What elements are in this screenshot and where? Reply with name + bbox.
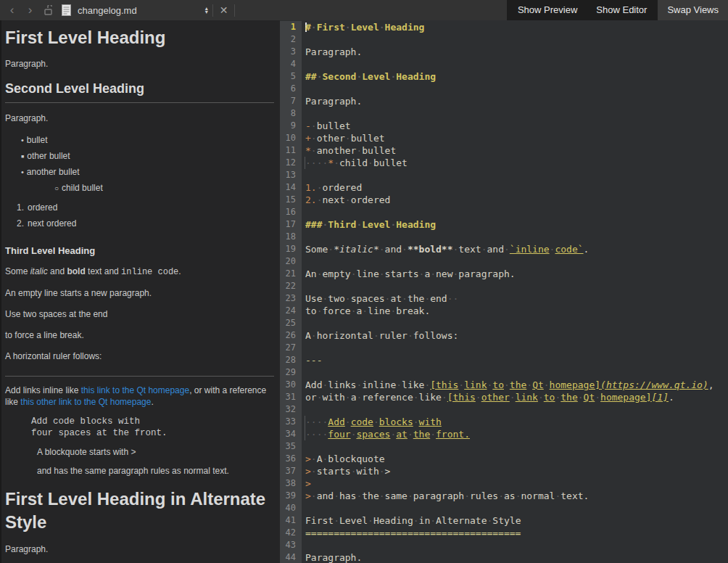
editor-line[interactable]: 28--- xyxy=(280,354,728,366)
line-content[interactable]: An·empty·line·starts·a·new·paragraph. xyxy=(302,268,728,280)
line-content[interactable] xyxy=(302,107,728,120)
line-content[interactable]: Paragraph. xyxy=(302,46,728,58)
editor-line[interactable]: 31or·with·a·reference·like·[this·other·l… xyxy=(280,391,728,403)
editor-line[interactable]: 23Use·two·spaces·at·the·end·· xyxy=(280,292,728,305)
editor-line[interactable]: 44Paragraph. xyxy=(280,551,728,563)
editor-line[interactable]: 43 xyxy=(280,539,728,551)
line-content[interactable]: #·First·Level·Heading xyxy=(302,21,728,33)
line-content[interactable] xyxy=(302,255,728,268)
line-content[interactable] xyxy=(302,83,728,95)
editor-line[interactable]: 152.·next·ordered xyxy=(280,194,728,206)
line-content[interactable] xyxy=(302,502,728,514)
line-content[interactable]: A·horizontal·ruler·follows: xyxy=(302,329,728,342)
document-switcher-icon[interactable]: ▴ ▾ xyxy=(205,7,208,14)
editor-line[interactable]: 37>·starts·with·> xyxy=(280,465,728,477)
markdown-preview-pane[interactable]: First Level Heading Paragraph. Second Le… xyxy=(0,20,280,563)
line-content[interactable] xyxy=(302,280,728,292)
editor-line[interactable]: 2 xyxy=(280,33,728,46)
line-content[interactable]: Use·two·spaces·at·the·end·· xyxy=(302,292,728,305)
editor-line[interactable]: 6 xyxy=(280,83,728,95)
line-content[interactable]: >·and·has·the·same·paragraph·rules·as·no… xyxy=(302,490,728,502)
show-preview-button[interactable]: Show Preview xyxy=(508,0,587,20)
line-content[interactable]: ····four·spaces·at·the·front. xyxy=(302,428,728,440)
line-content[interactable]: --- xyxy=(302,354,728,366)
line-content[interactable] xyxy=(302,58,728,70)
editor-line[interactable]: 5##·Second·Level·Heading xyxy=(280,70,728,83)
editor-line[interactable]: 35 xyxy=(280,440,728,453)
editor-line[interactable]: 40 xyxy=(280,502,728,514)
editor-line[interactable]: 39>·and·has·the·same·paragraph·rules·as·… xyxy=(280,490,728,502)
line-content[interactable] xyxy=(302,206,728,218)
forward-button[interactable]: › xyxy=(21,0,39,20)
editor-line[interactable]: 13 xyxy=(280,169,728,181)
editor-line[interactable]: 36>·A·blockquote xyxy=(280,453,728,465)
editor-line[interactable]: 24to·force·a·line·break. xyxy=(280,305,728,317)
editor-line[interactable]: 30Add·links·inline·like·[this·link·to·th… xyxy=(280,379,728,391)
editor-line[interactable]: 20 xyxy=(280,255,728,268)
line-content[interactable] xyxy=(302,317,728,329)
line-content[interactable]: -·bullet xyxy=(302,120,728,132)
editor-line[interactable]: 21An·empty·line·starts·a·new·paragraph. xyxy=(280,268,728,280)
editor-line[interactable]: 18 xyxy=(280,231,728,243)
line-content[interactable]: +·other·bullet xyxy=(302,132,728,144)
editor-line[interactable]: 3Paragraph. xyxy=(280,46,728,58)
line-content[interactable]: First·Level·Heading·in·Alternate·Style xyxy=(302,514,728,527)
editor-line[interactable]: 17###·Third·Level·Heading xyxy=(280,218,728,231)
editor-line[interactable]: 27 xyxy=(280,342,728,354)
editor-line[interactable]: 16 xyxy=(280,206,728,218)
show-editor-button[interactable]: Show Editor xyxy=(587,0,656,20)
editor-line[interactable]: 22 xyxy=(280,280,728,292)
editor-line[interactable]: 41First·Level·Heading·in·Alternate·Style xyxy=(280,514,728,527)
line-content[interactable]: *·another·bullet xyxy=(302,144,728,157)
qt-homepage-link[interactable]: this link to the Qt homepage xyxy=(81,385,189,395)
line-content[interactable]: or·with·a·reference·like·[this·other·lin… xyxy=(302,391,728,403)
editor-line[interactable]: 34····four·spaces·at·the·front. xyxy=(280,428,728,440)
line-content[interactable] xyxy=(302,366,728,379)
line-content[interactable] xyxy=(302,33,728,46)
editor-line[interactable]: 33····Add·code·blocks·with xyxy=(280,416,728,428)
back-button[interactable]: ‹ xyxy=(3,0,21,20)
editor-line[interactable]: 38> xyxy=(280,477,728,490)
editor-line[interactable]: 4 xyxy=(280,58,728,70)
editor-line[interactable]: 7Paragraph. xyxy=(280,95,728,107)
line-content[interactable]: to·force·a·line·break. xyxy=(302,305,728,317)
editor-line[interactable]: 1#·First·Level·Heading xyxy=(280,21,728,33)
editor-line[interactable]: 8 xyxy=(280,107,728,120)
editor-line[interactable]: 12····*·child·bullet xyxy=(280,157,728,169)
line-content[interactable]: Paragraph. xyxy=(302,551,728,563)
line-content[interactable]: Some·*italic*·and·**bold**·text·and·`inl… xyxy=(302,243,728,255)
line-content[interactable]: ····Add·code·blocks·with xyxy=(302,416,728,428)
editor-line[interactable]: 11*·another·bullet xyxy=(280,144,728,157)
qt-homepage-reference-link[interactable]: this other link to the Qt homepage xyxy=(20,397,151,407)
swap-views-button[interactable]: Swap Views xyxy=(658,0,728,20)
line-content[interactable] xyxy=(302,539,728,551)
line-content[interactable]: 2.·next·ordered xyxy=(302,194,728,206)
line-content[interactable] xyxy=(302,169,728,181)
close-document-button[interactable]: ✕ xyxy=(218,0,231,20)
unlock-icon[interactable] xyxy=(44,5,53,15)
line-content[interactable]: ###·Third·Level·Heading xyxy=(302,218,728,231)
editor-line[interactable]: 9-·bullet xyxy=(280,120,728,132)
editor-line[interactable]: 29 xyxy=(280,366,728,379)
line-content[interactable]: Add·links·inline·like·[this·link·to·the·… xyxy=(302,379,728,391)
line-content[interactable]: Paragraph. xyxy=(302,95,728,107)
editor-line[interactable]: 141.·ordered xyxy=(280,181,728,194)
line-content[interactable]: >·A·blockquote xyxy=(302,453,728,465)
editor-line[interactable]: 25 xyxy=(280,317,728,329)
line-content[interactable] xyxy=(302,440,728,453)
line-content[interactable]: >·starts·with·> xyxy=(302,465,728,477)
line-content[interactable] xyxy=(302,231,728,243)
line-content[interactable] xyxy=(302,342,728,354)
line-content[interactable]: ····*·child·bullet xyxy=(302,157,728,169)
editor-line[interactable]: 10+·other·bullet xyxy=(280,132,728,144)
open-document-name[interactable]: changelog.md xyxy=(78,5,137,16)
editor-line[interactable]: 19Some·*italic*·and·**bold**·text·and·`i… xyxy=(280,243,728,255)
line-content[interactable]: > xyxy=(302,477,728,490)
editor-line[interactable]: 42====================================== xyxy=(280,527,728,539)
line-content[interactable]: ====================================== xyxy=(302,527,728,539)
line-content[interactable]: 1.·ordered xyxy=(302,181,728,194)
line-content[interactable] xyxy=(302,403,728,416)
line-content[interactable]: ##·Second·Level·Heading xyxy=(302,70,728,83)
editor-line[interactable]: 32 xyxy=(280,403,728,416)
markdown-source-editor[interactable]: 1#·First·Level·Heading23Paragraph.45##·S… xyxy=(280,20,728,563)
